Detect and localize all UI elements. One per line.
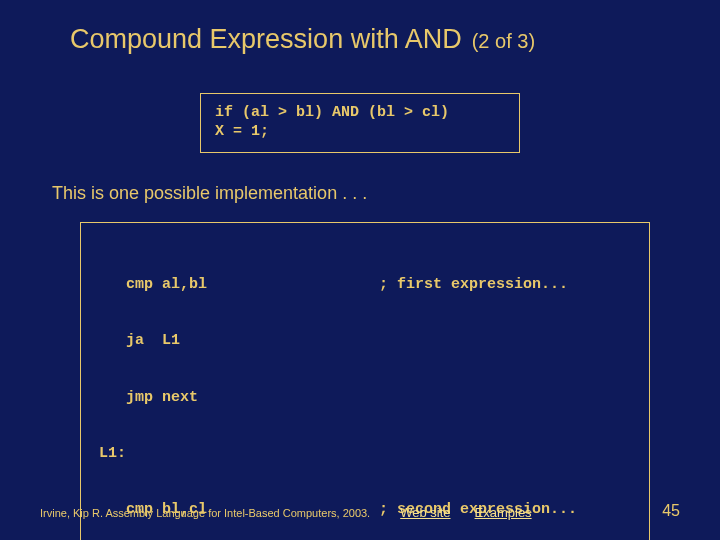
- slide-subtitle: (2 of 3): [472, 30, 535, 53]
- slide-title: Compound Expression with AND: [70, 24, 462, 55]
- page-number: 45: [662, 502, 680, 520]
- code-line: L1:: [99, 445, 631, 464]
- code-line: cmp al,bl; first expression...: [99, 276, 631, 295]
- website-link[interactable]: Web site: [400, 505, 450, 520]
- code-box: cmp al,bl; first expression... ja L1 jmp…: [80, 222, 650, 541]
- examples-link[interactable]: Examples: [475, 505, 532, 520]
- footer-links: Web site Examples: [400, 505, 531, 520]
- code-line: ja L1: [99, 332, 631, 351]
- code-line: jmp next: [99, 389, 631, 408]
- title-row: Compound Expression with AND (2 of 3): [70, 24, 680, 55]
- footer-citation: Irvine, Kip R. Assembly Language for Int…: [40, 507, 370, 519]
- caption-text: This is one possible implementation . . …: [52, 183, 680, 204]
- pseudocode-box: if (al > bl) AND (bl > cl) X = 1;: [200, 93, 520, 153]
- slide: Compound Expression with AND (2 of 3) if…: [0, 0, 720, 540]
- footer: Irvine, Kip R. Assembly Language for Int…: [40, 505, 680, 520]
- pseudocode-line: X = 1;: [215, 123, 505, 142]
- pseudocode-line: if (al > bl) AND (bl > cl): [215, 104, 505, 123]
